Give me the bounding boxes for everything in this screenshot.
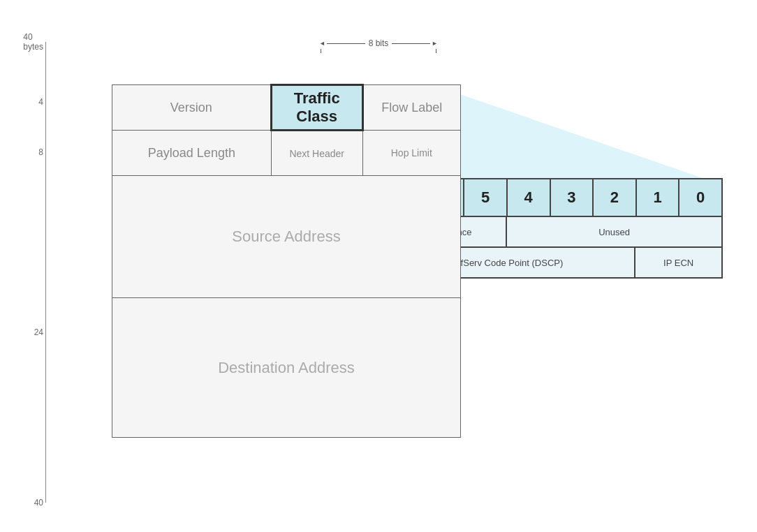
ruler-label-40: 40 [34,498,43,508]
tc-bit-3: 3 [551,179,594,216]
row2: Payload Length Next Header Hop Limit [112,131,461,176]
source-address-cell: Source Address [112,176,461,298]
ruler-label-40bytes: 40 bytes [23,32,43,52]
row4: Destination Address [112,298,461,438]
flow-label-cell: Flow Label [362,85,460,131]
header-table: Version Traffic Class Flow Label Payload… [112,84,461,438]
ruler-label-8: 8 [38,147,43,157]
ip-ecn-label: IP ECN [635,248,721,277]
tc-bit-4: 4 [508,179,551,216]
next-header-cell: Next Header [271,131,362,176]
row3: Source Address [112,176,461,298]
destination-address-cell: Destination Address [112,298,461,438]
tc-bit-5: 5 [464,179,508,216]
main-container: 40 bytes 4 8 24 40 ◄ 8 bits ► Version Tr… [0,0,757,532]
hop-limit-cell: Hop Limit [362,131,460,176]
ruler-label-4: 4 [38,97,43,107]
tc-bit-1: 1 [637,179,680,216]
bits-annotation: ◄ 8 bits ► [319,38,438,53]
ruler: 40 bytes 4 8 24 40 [28,42,49,503]
tc-bit-0: 0 [679,179,721,216]
traffic-class-cell: Traffic Class [271,85,362,131]
tc-bit-2: 2 [594,179,637,216]
row1: Version Traffic Class Flow Label [112,85,461,131]
version-cell: Version [112,85,272,131]
unused-label: Unused [507,217,721,246]
payload-length-cell: Payload Length [112,131,272,176]
bits-label: 8 bits [367,38,391,48]
ruler-line [45,42,46,503]
ruler-label-24: 24 [34,327,43,337]
